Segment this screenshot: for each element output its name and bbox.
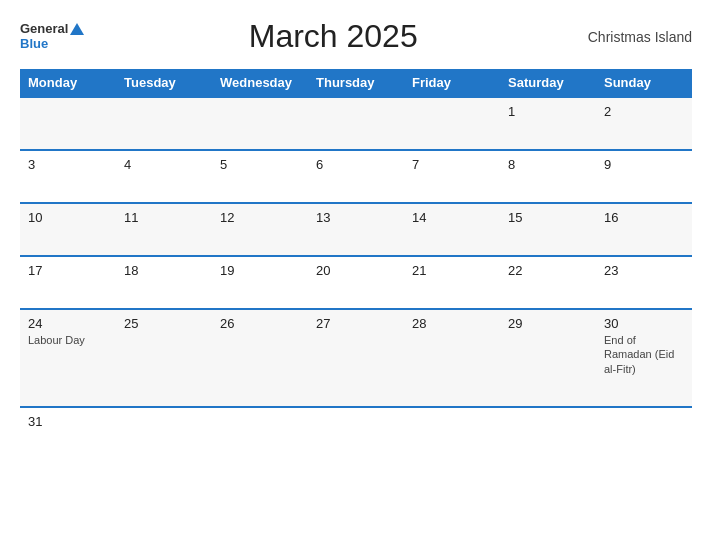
calendar-day-cell [116,407,212,459]
day-number: 31 [28,414,108,429]
calendar-week-row: 10111213141516 [20,203,692,256]
day-number: 22 [508,263,588,278]
calendar-day-cell [212,97,308,150]
calendar-day-cell: 6 [308,150,404,203]
day-number: 9 [604,157,684,172]
day-number: 20 [316,263,396,278]
calendar-day-cell [404,97,500,150]
day-event: Labour Day [28,333,108,347]
logo-blue-text: Blue [20,37,48,51]
calendar-day-cell: 30End of Ramadan (Eid al-Fitr) [596,309,692,407]
calendar-day-cell: 28 [404,309,500,407]
calendar-day-cell: 31 [20,407,116,459]
weekday-header-friday: Friday [404,69,500,97]
day-number: 5 [220,157,300,172]
calendar-day-cell: 23 [596,256,692,309]
day-number: 8 [508,157,588,172]
calendar-week-row: 31 [20,407,692,459]
calendar-day-cell: 20 [308,256,404,309]
calendar-day-cell: 24Labour Day [20,309,116,407]
day-number: 16 [604,210,684,225]
calendar-day-cell [116,97,212,150]
logo-triangle-icon [70,23,84,35]
day-number: 21 [412,263,492,278]
calendar-day-cell: 1 [500,97,596,150]
calendar-day-cell: 27 [308,309,404,407]
calendar-title: March 2025 [84,18,582,55]
weekday-header-saturday: Saturday [500,69,596,97]
day-number: 14 [412,210,492,225]
day-number: 10 [28,210,108,225]
day-number: 7 [412,157,492,172]
day-number: 24 [28,316,108,331]
day-number: 23 [604,263,684,278]
calendar-day-cell: 15 [500,203,596,256]
day-number: 28 [412,316,492,331]
logo: General Blue [20,22,84,51]
calendar-day-cell [20,97,116,150]
calendar-day-cell: 25 [116,309,212,407]
day-number: 29 [508,316,588,331]
calendar-week-row: 17181920212223 [20,256,692,309]
day-number: 26 [220,316,300,331]
calendar-day-cell: 10 [20,203,116,256]
calendar-day-cell: 29 [500,309,596,407]
day-number: 2 [604,104,684,119]
calendar-day-cell: 21 [404,256,500,309]
calendar-day-cell: 16 [596,203,692,256]
calendar-day-cell: 9 [596,150,692,203]
weekday-header-row: MondayTuesdayWednesdayThursdayFridaySatu… [20,69,692,97]
weekday-header-sunday: Sunday [596,69,692,97]
day-number: 18 [124,263,204,278]
day-number: 30 [604,316,684,331]
day-number: 6 [316,157,396,172]
calendar-day-cell [212,407,308,459]
calendar-day-cell: 11 [116,203,212,256]
calendar-day-cell: 12 [212,203,308,256]
calendar-day-cell: 5 [212,150,308,203]
calendar-day-cell: 14 [404,203,500,256]
calendar-day-cell: 18 [116,256,212,309]
calendar-day-cell: 22 [500,256,596,309]
weekday-header-monday: Monday [20,69,116,97]
day-number: 17 [28,263,108,278]
calendar-region: Christmas Island [582,29,692,45]
calendar-day-cell [308,407,404,459]
day-event: End of Ramadan (Eid al-Fitr) [604,333,684,376]
calendar-container: General Blue March 2025 Christmas Island… [0,0,712,550]
weekday-header-wednesday: Wednesday [212,69,308,97]
calendar-table: MondayTuesdayWednesdayThursdayFridaySatu… [20,69,692,459]
weekday-header-tuesday: Tuesday [116,69,212,97]
calendar-day-cell: 8 [500,150,596,203]
calendar-day-cell [404,407,500,459]
calendar-day-cell [500,407,596,459]
calendar-day-cell: 2 [596,97,692,150]
day-number: 15 [508,210,588,225]
calendar-week-row: 24Labour Day252627282930End of Ramadan (… [20,309,692,407]
calendar-day-cell: 19 [212,256,308,309]
logo-general-text: General [20,22,68,36]
day-number: 19 [220,263,300,278]
calendar-day-cell: 3 [20,150,116,203]
day-number: 3 [28,157,108,172]
calendar-day-cell: 4 [116,150,212,203]
calendar-day-cell: 26 [212,309,308,407]
day-number: 27 [316,316,396,331]
day-number: 11 [124,210,204,225]
calendar-day-cell [596,407,692,459]
calendar-day-cell: 17 [20,256,116,309]
day-number: 13 [316,210,396,225]
day-number: 25 [124,316,204,331]
calendar-day-cell: 7 [404,150,500,203]
day-number: 1 [508,104,588,119]
day-number: 4 [124,157,204,172]
calendar-week-row: 12 [20,97,692,150]
calendar-day-cell [308,97,404,150]
calendar-week-row: 3456789 [20,150,692,203]
calendar-day-cell: 13 [308,203,404,256]
calendar-header: General Blue March 2025 Christmas Island [20,18,692,55]
weekday-header-thursday: Thursday [308,69,404,97]
day-number: 12 [220,210,300,225]
